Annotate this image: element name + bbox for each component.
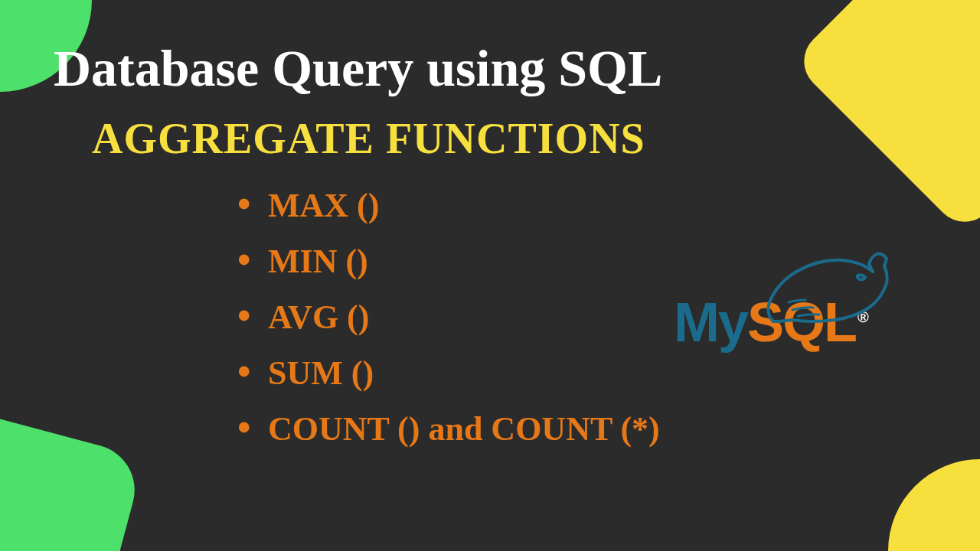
function-item: MIN () xyxy=(237,242,934,281)
main-title: Database Query using SQL xyxy=(54,38,934,99)
slide-content: Database Query using SQL AGGREGATE FUNCT… xyxy=(0,0,980,504)
function-item: COUNT () and COUNT (*) xyxy=(237,409,934,448)
subtitle: AGGREGATE FUNCTIONS xyxy=(92,114,934,163)
function-list: MAX () MIN () AVG () SUM () COUNT () and… xyxy=(237,186,934,448)
function-item: AVG () xyxy=(237,298,934,337)
function-item: SUM () xyxy=(237,354,934,393)
function-item: MAX () xyxy=(237,186,934,225)
